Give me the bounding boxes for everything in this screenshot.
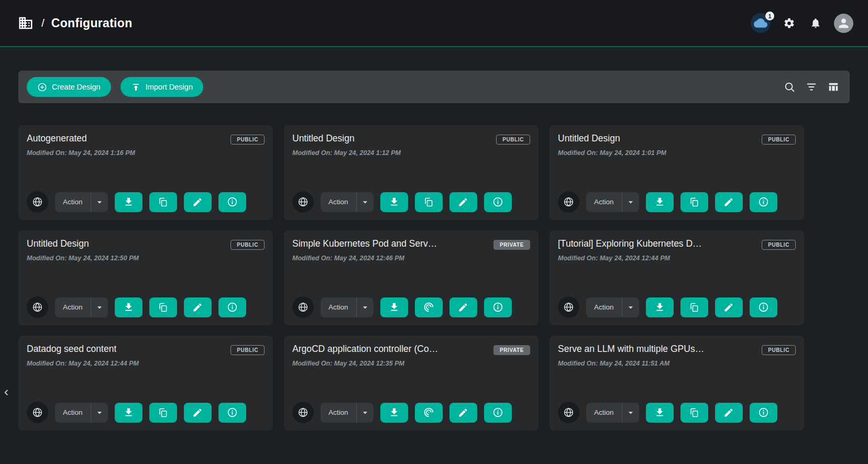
visibility-badge: PUBLIC bbox=[762, 240, 796, 250]
visibility-globe-button[interactable] bbox=[558, 296, 579, 318]
action-dropdown-button[interactable] bbox=[622, 403, 639, 423]
download-icon bbox=[123, 407, 134, 418]
download-icon bbox=[389, 196, 400, 207]
edit-button[interactable] bbox=[715, 297, 743, 317]
action-dropdown-button[interactable] bbox=[91, 192, 108, 212]
spiral-action-button[interactable] bbox=[415, 297, 443, 317]
edit-button[interactable] bbox=[184, 192, 212, 212]
download-icon bbox=[389, 302, 400, 313]
edit-button[interactable] bbox=[449, 192, 477, 212]
pencil-icon bbox=[192, 302, 203, 313]
action-button[interactable]: Action bbox=[321, 403, 356, 423]
action-button[interactable]: Action bbox=[55, 297, 91, 317]
edit-button[interactable] bbox=[449, 403, 477, 423]
download-button[interactable] bbox=[380, 297, 408, 317]
visibility-badge: PUBLIC bbox=[496, 135, 530, 145]
action-button[interactable]: Action bbox=[586, 192, 622, 212]
visibility-globe-button[interactable] bbox=[27, 402, 48, 423]
info-button[interactable] bbox=[218, 192, 246, 212]
create-design-button[interactable]: Create Design bbox=[27, 77, 111, 97]
action-dropdown-button[interactable] bbox=[356, 297, 373, 317]
action-split-button: Action bbox=[55, 403, 108, 423]
clone-button[interactable] bbox=[415, 192, 443, 212]
notifications-button[interactable] bbox=[808, 15, 823, 31]
clone-button[interactable] bbox=[149, 297, 177, 317]
action-button[interactable]: Action bbox=[321, 192, 356, 212]
clone-button[interactable] bbox=[680, 403, 708, 423]
info-button[interactable] bbox=[484, 192, 512, 212]
visibility-badge: PUBLIC bbox=[762, 135, 796, 145]
download-button[interactable] bbox=[115, 403, 142, 423]
globe-icon bbox=[563, 302, 574, 313]
visibility-badge: PUBLIC bbox=[230, 240, 265, 250]
action-button[interactable]: Action bbox=[586, 297, 622, 317]
action-button[interactable]: Action bbox=[55, 403, 91, 423]
action-button[interactable]: Action bbox=[55, 192, 91, 212]
edit-button[interactable] bbox=[184, 297, 212, 317]
import-design-button[interactable]: Import Design bbox=[120, 77, 203, 97]
edit-button[interactable] bbox=[449, 297, 477, 317]
action-dropdown-button[interactable] bbox=[356, 403, 373, 423]
filter-button[interactable] bbox=[804, 79, 819, 95]
edit-button[interactable] bbox=[715, 403, 743, 423]
info-button[interactable] bbox=[750, 403, 777, 423]
cards-grid: Autogenerated PUBLIC Modified On: May 24… bbox=[18, 125, 868, 430]
visibility-globe-button[interactable] bbox=[292, 296, 314, 318]
info-icon bbox=[758, 302, 769, 313]
info-button[interactable] bbox=[750, 192, 777, 212]
design-card: [Tutorial] Exploring Kubernetes D… PUBLI… bbox=[550, 230, 804, 325]
visibility-globe-button[interactable] bbox=[558, 191, 579, 213]
design-card: Autogenerated PUBLIC Modified On: May 24… bbox=[18, 125, 273, 220]
clone-button[interactable] bbox=[149, 403, 177, 423]
visibility-globe-button[interactable] bbox=[27, 296, 48, 318]
action-button[interactable]: Action bbox=[586, 403, 622, 423]
info-button[interactable] bbox=[484, 403, 512, 423]
action-dropdown-button[interactable] bbox=[91, 297, 108, 317]
action-split-button: Action bbox=[321, 297, 373, 317]
provider-button[interactable]: 1 bbox=[751, 13, 771, 33]
action-button[interactable]: Action bbox=[321, 297, 356, 317]
design-title: Untitled Design bbox=[27, 238, 89, 249]
card-header: [Tutorial] Exploring Kubernetes D… PUBLI… bbox=[558, 238, 796, 250]
download-button[interactable] bbox=[380, 192, 408, 212]
action-split-button: Action bbox=[321, 403, 373, 423]
pencil-icon bbox=[192, 407, 203, 418]
settings-button[interactable] bbox=[781, 15, 797, 31]
card-header: Untitled Design PUBLIC bbox=[558, 133, 796, 145]
card-actions: Action bbox=[27, 402, 265, 423]
user-avatar[interactable] bbox=[834, 14, 853, 33]
action-dropdown-button[interactable] bbox=[622, 192, 639, 212]
download-button[interactable] bbox=[380, 403, 408, 423]
visibility-globe-button[interactable] bbox=[292, 191, 314, 213]
action-dropdown-button[interactable] bbox=[91, 403, 108, 423]
info-button[interactable] bbox=[484, 297, 512, 317]
clone-button[interactable] bbox=[680, 297, 708, 317]
download-button[interactable] bbox=[646, 192, 674, 212]
info-button[interactable] bbox=[218, 297, 246, 317]
visibility-globe-button[interactable] bbox=[558, 402, 579, 423]
visibility-globe-button[interactable] bbox=[27, 191, 48, 213]
search-button[interactable] bbox=[782, 79, 797, 95]
card-actions: Action bbox=[292, 402, 530, 423]
visibility-globe-button[interactable] bbox=[292, 402, 314, 423]
download-button[interactable] bbox=[646, 297, 674, 317]
action-split-button: Action bbox=[586, 297, 639, 317]
edit-button[interactable] bbox=[715, 192, 743, 212]
action-dropdown-button[interactable] bbox=[622, 297, 639, 317]
sidebar-toggle-button[interactable] bbox=[0, 384, 13, 400]
design-card: Untitled Design PUBLIC Modified On: May … bbox=[18, 230, 273, 325]
action-dropdown-button[interactable] bbox=[356, 192, 373, 212]
download-button[interactable] bbox=[115, 192, 142, 212]
download-button[interactable] bbox=[115, 297, 142, 317]
copy-icon bbox=[689, 197, 699, 207]
spiral-action-button[interactable] bbox=[415, 403, 443, 423]
info-button[interactable] bbox=[218, 403, 246, 423]
clone-button[interactable] bbox=[680, 192, 708, 212]
info-button[interactable] bbox=[750, 297, 777, 317]
info-icon bbox=[758, 407, 769, 418]
globe-icon bbox=[32, 407, 43, 418]
download-button[interactable] bbox=[646, 403, 674, 423]
edit-button[interactable] bbox=[184, 403, 212, 423]
clone-button[interactable] bbox=[149, 192, 177, 212]
table-view-button[interactable] bbox=[826, 79, 841, 95]
